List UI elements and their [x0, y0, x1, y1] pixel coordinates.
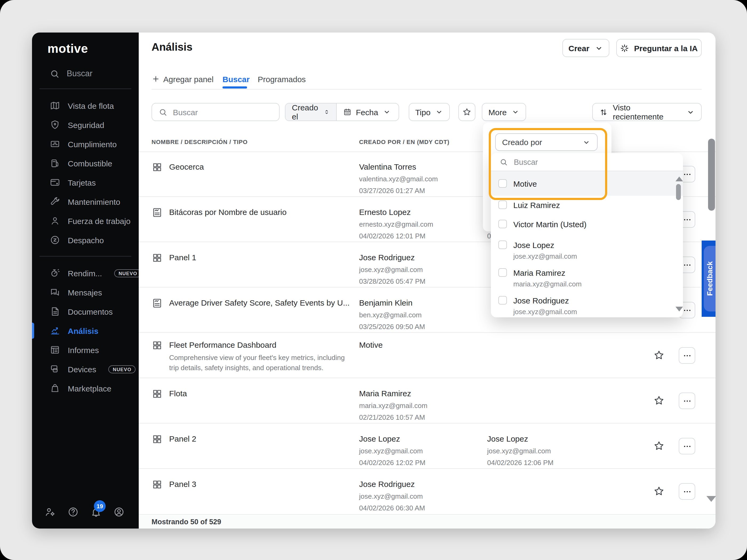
created-on-label: Creado el — [292, 103, 319, 121]
sidebar-item-documentos[interactable]: Documentos — [32, 302, 139, 321]
created-on-sort-button[interactable]: Creado el — [285, 104, 337, 121]
option-label: Jose Rodriguez — [513, 296, 577, 305]
creado-por-label: Creado por — [502, 138, 542, 146]
creator-name: Jose Rodriguez — [359, 253, 492, 262]
sidebar-item-rendimiento[interactable]: Rendim... NUEVO — [32, 264, 139, 283]
page-scrollbar-thumb[interactable] — [708, 139, 715, 211]
sidebar-item-despacho[interactable]: Despacho — [32, 231, 139, 249]
checkbox[interactable] — [498, 241, 507, 249]
row-menu-button[interactable] — [679, 393, 695, 409]
creator-name: Ernesto Lopez — [359, 208, 492, 216]
option-label: Luiz Ramirez — [513, 201, 560, 210]
sidebar-item-mensajes[interactable]: Mensajes — [32, 283, 139, 302]
credit-card-icon — [50, 177, 60, 188]
notification-count-badge: 19 — [94, 500, 106, 512]
date-filter-button[interactable]: Fecha — [337, 104, 397, 121]
reports-icon — [50, 345, 60, 355]
options-search-input[interactable]: Buscar — [491, 153, 683, 171]
row-menu-button[interactable] — [679, 483, 695, 500]
compliance-icon — [50, 139, 60, 149]
admin-user-gear-icon[interactable] — [44, 506, 56, 518]
creado-por-options-panel: Buscar Motive Luiz Ramirez Victor Martin… — [491, 153, 683, 317]
search-placeholder: Buscar — [173, 107, 198, 116]
profile-avatar-icon[interactable] — [113, 506, 125, 518]
list-scroll-down-arrow[interactable] — [675, 306, 683, 312]
search-icon — [499, 158, 508, 166]
creator-email: jose.xyz@gmail.com — [359, 492, 492, 500]
sidebar-search-label: Buscar — [67, 69, 93, 78]
scroll-down-arrow[interactable] — [706, 496, 716, 502]
ask-ai-button[interactable]: Preguntar a la IA — [616, 39, 702, 57]
sort-chevrons-icon — [323, 108, 330, 116]
checkbox[interactable] — [498, 268, 507, 277]
created-date: 03/27/2026 01:27 AM — [359, 187, 492, 195]
sidebar-item-analisis[interactable]: Análisis — [32, 321, 139, 340]
checkbox[interactable] — [498, 296, 507, 304]
checkbox[interactable] — [498, 201, 507, 209]
sidebar-item-combustible[interactable]: Combustible — [32, 154, 139, 173]
feedback-tab[interactable]: Feedback — [702, 241, 716, 317]
option-maria-ramirez[interactable]: Maria Ramirez maria.xyz@gmail.com — [491, 262, 683, 290]
favorite-star-icon[interactable] — [653, 440, 665, 452]
row-menu-button[interactable] — [679, 438, 695, 454]
tab-buscar[interactable]: Buscar — [223, 71, 250, 87]
ai-sparkle-icon — [620, 44, 629, 53]
tab-agregar-panel[interactable]: Agregar panel — [152, 71, 213, 87]
table-row-flota[interactable]: Flota Maria Ramirez maria.xyz@gmail.com … — [139, 378, 716, 424]
sort-arrows-icon — [599, 107, 608, 116]
sidebar-item-label: Mensajes — [68, 288, 102, 297]
sidebar-item-vista-de-flota[interactable]: Vista de flota — [32, 96, 139, 115]
sidebar-item-informes[interactable]: Informes — [32, 340, 139, 359]
sidebar-item-tarjetas[interactable]: Tarjetas — [32, 173, 139, 192]
row-menu-button[interactable] — [679, 347, 695, 364]
checkbox[interactable] — [498, 179, 507, 188]
search-input[interactable]: Buscar — [152, 103, 280, 121]
help-icon[interactable] — [67, 506, 79, 518]
created-date: 02/21/2026 10:57 AM — [359, 413, 492, 421]
sidebar-item-label: Informes — [68, 345, 99, 354]
sidebar-item-mantenimiento[interactable]: Mantenimiento — [32, 192, 139, 211]
sidebar-item-devices[interactable]: Devices NUEVO — [32, 359, 139, 379]
sidebar-item-cumplimiento[interactable]: Cumplimiento — [32, 134, 139, 154]
option-jose-rodriguez[interactable]: Jose Rodriguez jose.xyz@gmail.com — [491, 290, 683, 317]
option-luiz-ramirez[interactable]: Luiz Ramirez — [491, 196, 683, 215]
table-row-panel-3[interactable]: Panel 3 Jose Rodriguez jose.xyz@gmail.co… — [139, 469, 716, 514]
create-button[interactable]: Crear — [562, 39, 609, 57]
checkbox[interactable] — [498, 220, 507, 228]
performance-icon — [50, 268, 60, 278]
type-filter-button[interactable]: Tipo — [409, 103, 450, 121]
creator-email: ben.xyz@gmail.com — [359, 311, 492, 319]
sidebar-bottom-bar — [32, 506, 151, 518]
ellipsis-icon — [682, 396, 692, 406]
chevron-down-icon — [594, 44, 603, 53]
favorites-filter-button[interactable] — [458, 103, 475, 121]
table-row-panel-2[interactable]: Panel 2 Jose Lopez jose.xyz@gmail.com 04… — [139, 424, 716, 469]
fuel-pump-icon — [50, 158, 60, 168]
creado-por-select[interactable]: Creado por — [495, 133, 598, 151]
sidebar-item-seguridad[interactable]: Seguridad — [32, 115, 139, 134]
nuevo-badge: NUEVO — [114, 269, 141, 277]
dashboard-type-icon — [152, 162, 163, 173]
sidebar: motive Buscar Vista de flota Seguridad C… — [32, 32, 139, 529]
sidebar-item-marketplace[interactable]: Marketplace — [32, 379, 139, 398]
dispatch-icon — [50, 235, 60, 245]
favorite-star-icon[interactable] — [653, 395, 665, 406]
tab-programados[interactable]: Programados — [258, 71, 306, 87]
list-scroll-up-arrow[interactable] — [675, 177, 683, 181]
created-on-date-filter: Creado el Fecha — [285, 103, 399, 121]
favorite-star-icon[interactable] — [653, 349, 665, 361]
favorite-star-icon[interactable] — [653, 485, 665, 497]
more-filters-button[interactable]: More — [482, 103, 526, 121]
dashboard-type-icon — [152, 388, 163, 399]
list-scrollbar-thumb[interactable] — [676, 184, 681, 200]
option-jose-lopez[interactable]: Jose Lopez jose.xyz@gmail.com — [491, 234, 683, 262]
row-name: Average Driver Safety Score, Safety Even… — [169, 298, 345, 307]
plus-icon — [152, 75, 160, 83]
sidebar-search[interactable]: Buscar — [32, 65, 156, 82]
option-motive[interactable]: Motive — [491, 171, 683, 196]
option-victor-martin[interactable]: Victor Martin (Usted) — [491, 215, 683, 234]
sort-order-select[interactable]: Visto recientemente — [592, 103, 702, 121]
sidebar-item-fuerza-de-trabajo[interactable]: Fuerza de trabajo — [32, 211, 139, 231]
sidebar-item-label: Devices — [68, 365, 96, 374]
table-row-fleet-performance[interactable]: Fleet Performance Dashboard Comprehensiv… — [139, 333, 716, 378]
